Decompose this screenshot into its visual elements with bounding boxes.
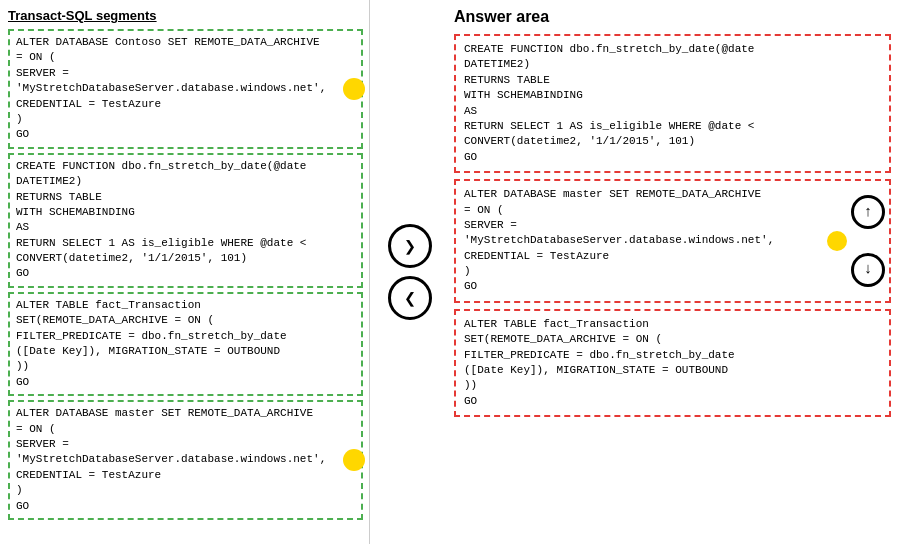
segment-2[interactable]: CREATE FUNCTION dbo.fn_stretch_by_date(@… [8, 153, 363, 288]
yellow-dot-1 [343, 78, 365, 100]
yellow-dot-4 [343, 449, 365, 471]
answer-slot-3[interactable]: ALTER TABLE fact_Transaction SET(REMOTE_… [454, 309, 891, 417]
segment-3[interactable]: ALTER TABLE fact_Transaction SET(REMOTE_… [8, 292, 363, 396]
slot2-arrows: ↑ ↓ [847, 181, 889, 301]
segment-4[interactable]: ALTER DATABASE master SET REMOTE_DATA_AR… [8, 400, 363, 520]
answer-slot-1-code: CREATE FUNCTION dbo.fn_stretch_by_date(@… [464, 42, 881, 165]
move-up-button[interactable]: ↑ [851, 195, 885, 229]
segment-2-code: CREATE FUNCTION dbo.fn_stretch_by_date(@… [16, 159, 355, 282]
middle-panel: ❯ ❮ [370, 0, 450, 544]
answer-slot-2: ALTER DATABASE master SET REMOTE_DATA_AR… [454, 179, 891, 303]
segment-4-code: ALTER DATABASE master SET REMOTE_DATA_AR… [16, 406, 355, 514]
segment-1-code: ALTER DATABASE Contoso SET REMOTE_DATA_A… [16, 35, 355, 143]
answer-slot-2-code: ALTER DATABASE master SET REMOTE_DATA_AR… [464, 187, 839, 295]
left-panel: Transact-SQL segments ALTER DATABASE Con… [0, 0, 370, 544]
answer-slot-3-code: ALTER TABLE fact_Transaction SET(REMOTE_… [464, 317, 881, 409]
segment-1[interactable]: ALTER DATABASE Contoso SET REMOTE_DATA_A… [8, 29, 363, 149]
move-left-button[interactable]: ❮ [388, 276, 432, 320]
right-panel: Answer area CREATE FUNCTION dbo.fn_stret… [450, 0, 899, 544]
move-right-button[interactable]: ❯ [388, 224, 432, 268]
answer-slot-2-content: ALTER DATABASE master SET REMOTE_DATA_AR… [456, 181, 847, 301]
answer-slot-1[interactable]: CREATE FUNCTION dbo.fn_stretch_by_date(@… [454, 34, 891, 173]
answer-area-title: Answer area [454, 8, 891, 26]
left-panel-title: Transact-SQL segments [8, 8, 363, 23]
segment-3-code: ALTER TABLE fact_Transaction SET(REMOTE_… [16, 298, 355, 390]
yellow-dot-answer-2 [827, 231, 847, 251]
move-down-button[interactable]: ↓ [851, 253, 885, 287]
